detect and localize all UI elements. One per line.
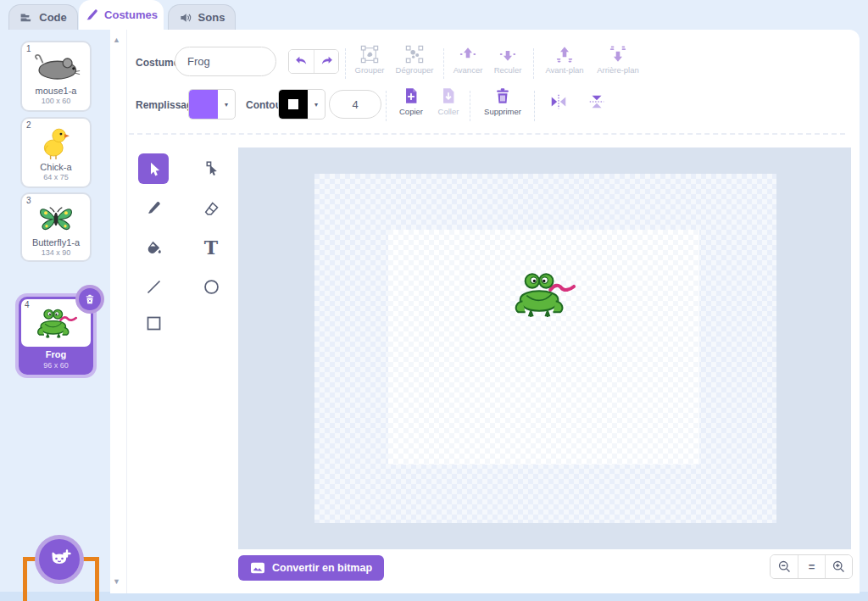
drawing-canvas[interactable] <box>238 147 851 549</box>
tab-code-label: Code <box>39 11 67 24</box>
arrow-up-lines-icon <box>555 45 574 64</box>
line-tool[interactable] <box>138 271 169 302</box>
costume-size: 96 x 60 <box>19 361 93 370</box>
costume-name-input[interactable] <box>175 47 276 76</box>
divider <box>470 91 470 121</box>
flip-vertical-button[interactable] <box>584 92 609 111</box>
tab-costumes[interactable]: Costumes <box>79 0 164 30</box>
fill-tool[interactable] <box>138 232 169 263</box>
bring-forward-label: Avancer <box>453 65 483 75</box>
undo-button[interactable] <box>289 50 314 73</box>
send-to-back-label: Arrière-plan <box>597 65 639 75</box>
paste-label: Coller <box>438 107 459 116</box>
trash-icon <box>84 293 96 305</box>
add-costume-button[interactable] <box>39 539 80 580</box>
rectangle-tool[interactable] <box>138 308 169 338</box>
costume-item-mouse1-a[interactable]: 1 mouse1-a 100 x 60 <box>20 41 92 112</box>
arrow-up-icon <box>459 45 477 64</box>
tab-sons-label: Sons <box>198 11 225 24</box>
undo-redo-group <box>288 49 339 74</box>
brush-tool[interactable] <box>138 193 169 224</box>
zoom-controls: = <box>770 554 853 579</box>
send-backward-button[interactable]: Reculer <box>488 45 527 75</box>
costume-name-label: Costume <box>136 57 179 69</box>
divider <box>386 91 387 121</box>
chevron-down-icon: ▾ <box>308 101 325 109</box>
fill-color-swatch <box>189 90 218 119</box>
reshape-icon <box>203 160 220 178</box>
zoom-out-button[interactable] <box>771 555 798 578</box>
send-to-back-button[interactable]: Arrière-plan <box>591 45 645 75</box>
brush-icon <box>145 200 163 218</box>
bring-to-front-button[interactable]: Avant-plan <box>540 45 589 75</box>
tab-code[interactable]: Code <box>8 4 78 30</box>
paint-editor-window: Code Costumes Sons 1 <box>0 0 868 601</box>
divider <box>443 48 444 79</box>
delete-costume-button[interactable] <box>79 288 101 310</box>
costume-index: 4 <box>25 300 30 309</box>
costume-size: 100 x 60 <box>42 97 71 105</box>
butterfly-thumbnail <box>36 202 75 236</box>
scrollbar-down-arrow[interactable]: ▼ <box>113 577 120 586</box>
outline-color-picker[interactable]: ▾ <box>278 89 326 120</box>
tab-bar: Code Costumes Sons <box>0 0 868 30</box>
arrow-down-icon <box>498 45 517 64</box>
copy-button[interactable]: Copier <box>392 86 430 116</box>
zoom-out-icon <box>777 559 792 574</box>
circle-tool[interactable] <box>196 271 226 302</box>
ungroup-label: Dégrouper <box>396 65 434 75</box>
redo-icon <box>320 54 334 69</box>
divider <box>126 30 127 593</box>
convert-to-bitmap-button[interactable]: Convertir en bitmap <box>238 555 384 581</box>
redo-button[interactable] <box>314 50 338 73</box>
divider <box>345 48 346 79</box>
costume-artboard <box>388 230 699 465</box>
costume-name: Frog <box>19 349 93 359</box>
costume-list-sidebar: 1 mouse1-a 100 x 60 2 <box>0 30 110 593</box>
frog-drawing[interactable] <box>509 269 578 320</box>
costume-name: Butterfly1-a <box>32 237 80 248</box>
eraser-tool[interactable] <box>196 193 226 224</box>
speaker-icon <box>179 11 192 25</box>
arrow-down-lines-icon <box>609 45 627 64</box>
zoom-reset-button[interactable]: = <box>798 555 825 578</box>
bring-forward-button[interactable]: Avancer <box>448 45 487 75</box>
reshape-tool[interactable] <box>196 153 226 184</box>
ungroup-button[interactable]: Dégrouper <box>391 45 438 75</box>
select-tool[interactable] <box>138 153 169 184</box>
paint-editor-panel: Costume Grou <box>110 30 860 593</box>
zoom-in-icon <box>832 559 846 574</box>
costume-index: 1 <box>26 44 31 53</box>
scrollbar-up-arrow[interactable]: ▲ <box>113 36 120 44</box>
stroke-width-input[interactable] <box>329 90 381 119</box>
costume-item-frog-selected[interactable]: 4 <box>19 297 93 375</box>
costume-item-butterfly1-a[interactable]: 3 Butterfly1-a 134 x 90 <box>20 192 92 262</box>
costume-size: 64 x 75 <box>43 173 69 181</box>
circle-icon <box>203 278 220 296</box>
cat-plus-icon <box>47 547 72 572</box>
outline-color-swatch <box>279 90 308 119</box>
paste-button[interactable]: Coller <box>431 86 465 116</box>
costume-index: 2 <box>26 120 31 130</box>
group-button[interactable]: Grouper <box>350 45 389 75</box>
tab-sons[interactable]: Sons <box>168 4 236 30</box>
send-backward-label: Reculer <box>494 65 522 75</box>
divider <box>129 133 845 135</box>
bitmap-image-icon <box>250 561 265 575</box>
chick-thumbnail <box>42 126 70 160</box>
costume-size: 134 x 90 <box>42 248 71 257</box>
costume-item-chick-a[interactable]: 2 Chick-a 64 x 75 <box>20 117 92 188</box>
costume-index: 3 <box>26 196 31 205</box>
costume-name: Chick-a <box>40 162 71 172</box>
flip-horizontal-button[interactable] <box>546 92 571 111</box>
fill-color-picker[interactable]: ▾ <box>188 89 236 120</box>
ungroup-icon <box>405 45 424 64</box>
divider <box>534 91 535 121</box>
line-icon <box>145 278 163 296</box>
zoom-in-button[interactable] <box>825 555 852 578</box>
select-cursor-icon <box>145 160 163 178</box>
divider <box>533 48 534 79</box>
bring-to-front-label: Avant-plan <box>545 65 583 75</box>
delete-button[interactable]: Supprimer <box>477 86 528 116</box>
text-tool[interactable]: T <box>196 232 226 263</box>
